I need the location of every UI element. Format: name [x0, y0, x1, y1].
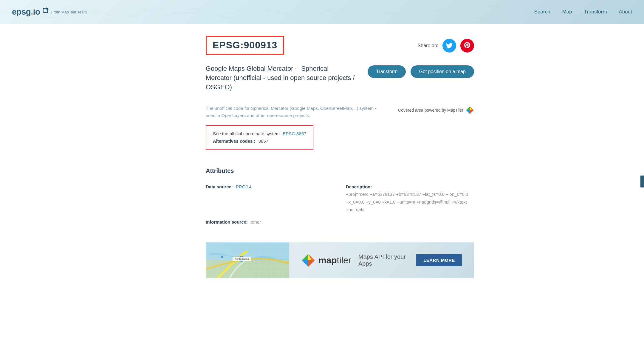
attributes-heading: Attributes — [206, 167, 474, 177]
info-source-value[interactable]: other — [251, 219, 261, 224]
official-coord-box: See the official coordinate system EPSG:… — [206, 125, 313, 150]
description-row: Description: +proj=merc +a=6378137 +b=63… — [346, 184, 474, 213]
info-source-row: Information source: other — [206, 219, 334, 224]
action-buttons: Transform Get position on a map — [368, 65, 474, 78]
covered-area-text: Covered area powered by MapTiler — [398, 108, 463, 113]
alt-codes-label: Alternatives codes : — [213, 139, 256, 144]
logo[interactable]: epsg.io — [12, 7, 48, 17]
transform-button[interactable]: Transform — [368, 65, 406, 78]
svg-marker-17 — [308, 260, 315, 267]
svg-marker-3 — [466, 110, 470, 114]
covered-area: Covered area powered by MapTiler — [398, 105, 474, 114]
svg-rect-11 — [221, 256, 223, 258]
main-content: EPSG:900913 Share on: Google Maps Global… — [158, 24, 486, 296]
maptiler-brand-name: maptiler — [318, 255, 351, 265]
projection-title: Google Maps Global Mercator -- Spherical… — [206, 64, 356, 92]
svg-rect-7 — [206, 260, 289, 278]
description-value: +proj=merc +a=6378137 +b=6378137 +lat_ts… — [346, 190, 474, 213]
svg-marker-4 — [466, 107, 470, 110]
map-thumbnail: 3 North Station — [206, 242, 289, 278]
maptiler-logo-area: maptiler — [301, 253, 351, 267]
share-twitter-button[interactable] — [442, 39, 456, 53]
official-coord-label: See the official coordinate system — [213, 131, 280, 136]
data-source-row: Data source: PROJ.4 — [206, 184, 334, 213]
share-pinterest-button[interactable] — [460, 39, 474, 53]
nav-about[interactable]: About — [619, 9, 632, 15]
maptiler-diamond-icon — [466, 106, 474, 114]
maptiler-logo-icon — [301, 253, 315, 267]
official-coord-line: See the official coordinate system EPSG:… — [213, 131, 306, 136]
share-label: Share on: — [418, 43, 438, 48]
logo-text: epsg.io — [12, 7, 42, 16]
info-section: The unofficial code for Spherical Mercat… — [206, 105, 474, 161]
logo-area: epsg.io From MapTiler Team — [12, 7, 87, 17]
epsg-3857-link[interactable]: EPSG:3857 — [283, 131, 306, 136]
attributes-grid: Data source: PROJ.4 Description: +proj=m… — [206, 184, 474, 224]
ad-content: maptiler Maps API for your Apps LEARN MO… — [289, 253, 474, 267]
main-nav: Search Map Transform About — [534, 9, 632, 15]
nav-map[interactable]: Map — [562, 9, 572, 15]
svg-rect-10 — [241, 257, 242, 260]
epsg-code-box: EPSG:900913 — [206, 36, 284, 55]
svg-rect-6 — [206, 242, 289, 278]
nav-search[interactable]: Search — [534, 9, 550, 15]
ad-map-preview: 3 North Station — [206, 242, 289, 278]
svg-marker-18 — [302, 260, 308, 267]
site-header: epsg.io From MapTiler Team Search Map Tr… — [0, 0, 644, 24]
description-text: The unofficial code for Spherical Mercat… — [206, 105, 380, 119]
info-source-label: Information source: — [206, 219, 248, 224]
ad-tagline: Maps API for your Apps — [358, 253, 409, 267]
nav-transform[interactable]: Transform — [584, 9, 607, 15]
data-source-label: Data source: — [206, 184, 233, 189]
logo-subtitle: From MapTiler Team — [51, 10, 87, 14]
share-area: Share on: — [418, 39, 474, 53]
attributes-section: Attributes Data source: PROJ.4 Descripti… — [206, 167, 474, 224]
get-position-button[interactable]: Get position on a map — [411, 65, 474, 78]
scroll-indicator[interactable] — [640, 176, 644, 187]
learn-more-button[interactable]: LEARN MORE — [416, 254, 462, 266]
alt-codes-line: Alternatives codes : 3857 — [213, 139, 306, 144]
svg-rect-9 — [240, 259, 243, 259]
pinterest-icon — [464, 42, 470, 49]
ad-banner: 3 North Station maptiler — [206, 242, 474, 278]
alt-codes-value: 3857 — [258, 139, 268, 144]
svg-rect-13 — [233, 257, 251, 261]
data-source-value[interactable]: PROJ.4 — [236, 184, 252, 189]
epsg-code-title: EPSG:900913 — [213, 40, 277, 50]
expand-icon — [43, 8, 48, 13]
svg-text:3: 3 — [221, 256, 222, 258]
description-label: Description: — [346, 184, 372, 189]
top-row: EPSG:900913 Share on: — [206, 36, 474, 62]
twitter-icon — [446, 43, 453, 48]
svg-marker-2 — [470, 110, 474, 114]
svg-text:North Station: North Station — [235, 258, 249, 260]
svg-point-8 — [239, 256, 244, 262]
svg-marker-19 — [302, 254, 308, 260]
